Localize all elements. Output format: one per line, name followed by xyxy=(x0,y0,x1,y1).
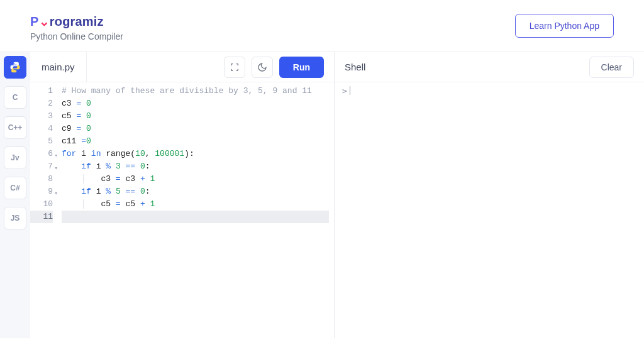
lang-c[interactable]: C xyxy=(4,86,26,109)
shell-prompt: > xyxy=(342,86,347,96)
lang-py[interactable] xyxy=(4,56,26,79)
learn-python-button[interactable]: Learn Python App xyxy=(515,14,614,38)
shell-pane: Shell Clear > xyxy=(335,52,644,338)
shell-title: Shell xyxy=(345,62,365,72)
editor-pane: main.py Run 1234567891011 # How many of … xyxy=(30,52,335,338)
subtitle: Python Online Compiler xyxy=(30,31,123,41)
brand: P⌄rogramiz Python Online Compiler xyxy=(30,14,123,41)
logo: P⌄rogramiz xyxy=(30,14,123,29)
lang-jv[interactable]: Jv xyxy=(4,146,26,169)
file-tab[interactable]: main.py xyxy=(30,52,87,82)
dark-mode-icon[interactable] xyxy=(252,57,273,78)
clear-button[interactable]: Clear xyxy=(589,57,634,78)
shell-output[interactable]: > xyxy=(335,82,644,338)
shell-cursor xyxy=(350,86,350,95)
lang-c++[interactable]: C++ xyxy=(4,116,26,139)
lang-js[interactable]: JS xyxy=(4,207,26,229)
lang-c#[interactable]: C# xyxy=(4,177,26,199)
fullscreen-icon[interactable] xyxy=(224,57,245,78)
code-editor[interactable]: 1234567891011 # How many of these are di… xyxy=(30,82,334,338)
run-button[interactable]: Run xyxy=(279,57,324,78)
language-sidebar: CC++JvC#JS xyxy=(0,52,30,338)
